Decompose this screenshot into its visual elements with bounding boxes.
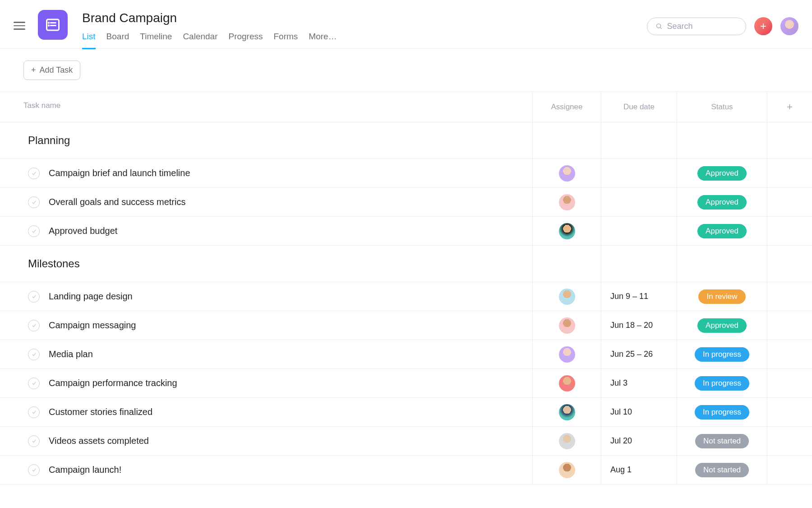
tab-forms[interactable]: Forms (274, 32, 298, 49)
due-date-cell[interactable]: Jun 18 – 20 (601, 311, 677, 340)
status-cell[interactable]: Approved (677, 311, 767, 340)
assignee-cell[interactable] (532, 427, 601, 455)
section-header[interactable]: Milestones (0, 246, 812, 282)
column-header-due[interactable]: Due date (601, 92, 677, 122)
status-badge: Approved (697, 166, 747, 181)
assignee-cell[interactable] (532, 159, 601, 187)
section-title: Planning (0, 122, 532, 158)
assignee-cell[interactable] (532, 311, 601, 340)
assignee-avatar[interactable] (559, 346, 575, 363)
status-badge: Approved (697, 195, 747, 210)
complete-checkbox-icon[interactable] (28, 464, 40, 476)
assignee-avatar[interactable] (559, 404, 575, 420)
task-row[interactable]: Campaign messagingJun 18 – 20Approved (0, 311, 812, 340)
status-cell[interactable]: Not started (677, 427, 767, 455)
complete-checkbox-icon[interactable] (28, 378, 40, 389)
assignee-cell[interactable] (532, 340, 601, 368)
svg-point-4 (48, 25, 49, 26)
task-row[interactable]: Campaign brief and launch timelineApprov… (0, 159, 812, 188)
svg-line-6 (660, 28, 662, 29)
assignee-avatar[interactable] (559, 165, 575, 182)
complete-checkbox-icon[interactable] (28, 320, 40, 331)
search-box[interactable] (647, 18, 746, 35)
status-cell[interactable]: In progress (677, 340, 767, 368)
complete-checkbox-icon[interactable] (28, 225, 40, 237)
due-date-cell[interactable] (601, 217, 677, 245)
status-cell[interactable]: In review (677, 282, 767, 311)
search-input[interactable] (667, 22, 738, 31)
assignee-cell[interactable] (532, 369, 601, 397)
add-task-button[interactable]: + Add Task (23, 61, 80, 80)
complete-checkbox-icon[interactable] (28, 291, 40, 303)
due-date-cell[interactable]: Jul 3 (601, 369, 677, 397)
assignee-avatar[interactable] (559, 375, 575, 391)
tabs: ListBoardTimelineCalendarProgressFormsMo… (82, 32, 647, 49)
assignee-cell[interactable] (532, 456, 601, 484)
due-date-cell[interactable] (601, 188, 677, 216)
task-row[interactable]: Approved budgetApproved (0, 217, 812, 246)
assignee-avatar[interactable] (559, 317, 575, 334)
header-right: + (647, 17, 798, 35)
assignee-avatar[interactable] (559, 194, 575, 210)
status-badge: In progress (695, 347, 749, 362)
status-cell[interactable]: Not started (677, 456, 767, 484)
task-row[interactable]: Media planJun 25 – 26In progress (0, 340, 812, 369)
section-header[interactable]: Planning (0, 122, 812, 159)
assignee-cell[interactable] (532, 398, 601, 426)
add-column-button[interactable]: + (767, 92, 812, 122)
section-title: Milestones (0, 246, 532, 282)
due-date-cell[interactable]: Jul 20 (601, 427, 677, 455)
tab-timeline[interactable]: Timeline (140, 32, 172, 49)
column-header-status[interactable]: Status (677, 92, 767, 122)
task-row[interactable]: Customer stories finalizedJul 10In progr… (0, 398, 812, 427)
task-name: Videos assets completed (49, 436, 149, 446)
status-badge: Approved (697, 318, 747, 333)
task-row[interactable]: Landing page designJun 9 – 11In review (0, 282, 812, 311)
assignee-avatar[interactable] (559, 223, 575, 239)
due-date-cell[interactable]: Aug 1 (601, 456, 677, 484)
status-cell[interactable]: Approved (677, 159, 767, 187)
status-cell[interactable]: Approved (677, 217, 767, 245)
assignee-avatar[interactable] (559, 433, 575, 449)
assignee-avatar[interactable] (559, 462, 575, 478)
svg-point-5 (657, 24, 661, 28)
assignee-cell[interactable] (532, 217, 601, 245)
due-date-cell[interactable]: Jul 10 (601, 398, 677, 426)
tab-list[interactable]: List (82, 32, 96, 49)
tab-more[interactable]: More… (309, 32, 337, 49)
task-name: Media plan (49, 349, 93, 359)
status-cell[interactable]: In progress (677, 369, 767, 397)
tab-board[interactable]: Board (106, 32, 129, 49)
assignee-avatar[interactable] (559, 289, 575, 305)
hamburger-menu-icon[interactable] (14, 20, 25, 32)
column-header-task[interactable]: Task name (0, 92, 532, 122)
plus-icon: + (31, 65, 36, 75)
due-date-cell[interactable]: Jun 9 – 11 (601, 282, 677, 311)
toolbar: + Add Task (0, 49, 812, 92)
task-row[interactable]: Videos assets completedJul 20Not started (0, 427, 812, 456)
status-cell[interactable]: In progress (677, 398, 767, 426)
complete-checkbox-icon[interactable] (28, 196, 40, 208)
task-name: Landing page design (49, 291, 133, 302)
due-date-cell[interactable] (601, 159, 677, 187)
complete-checkbox-icon[interactable] (28, 168, 40, 179)
complete-checkbox-icon[interactable] (28, 435, 40, 447)
tab-progress[interactable]: Progress (228, 32, 263, 49)
task-row[interactable]: Campaign performance trackingJul 3In pro… (0, 369, 812, 398)
task-name: Campaign brief and launch timeline (49, 168, 190, 178)
project-icon[interactable] (38, 10, 68, 40)
global-add-button[interactable]: + (754, 17, 772, 35)
complete-checkbox-icon[interactable] (28, 349, 40, 360)
assignee-cell[interactable] (532, 282, 601, 311)
tab-calendar[interactable]: Calendar (183, 32, 217, 49)
task-row[interactable]: Overall goals and success metricsApprove… (0, 188, 812, 217)
table-header: Task name Assignee Due date Status + (0, 92, 812, 122)
column-header-assignee[interactable]: Assignee (532, 92, 601, 122)
assignee-cell[interactable] (532, 188, 601, 216)
task-name: Approved budget (49, 226, 117, 236)
user-avatar[interactable] (780, 17, 798, 35)
task-row[interactable]: Campaign launch!Aug 1Not started (0, 456, 812, 485)
status-cell[interactable]: Approved (677, 188, 767, 216)
due-date-cell[interactable]: Jun 25 – 26 (601, 340, 677, 368)
complete-checkbox-icon[interactable] (28, 406, 40, 418)
